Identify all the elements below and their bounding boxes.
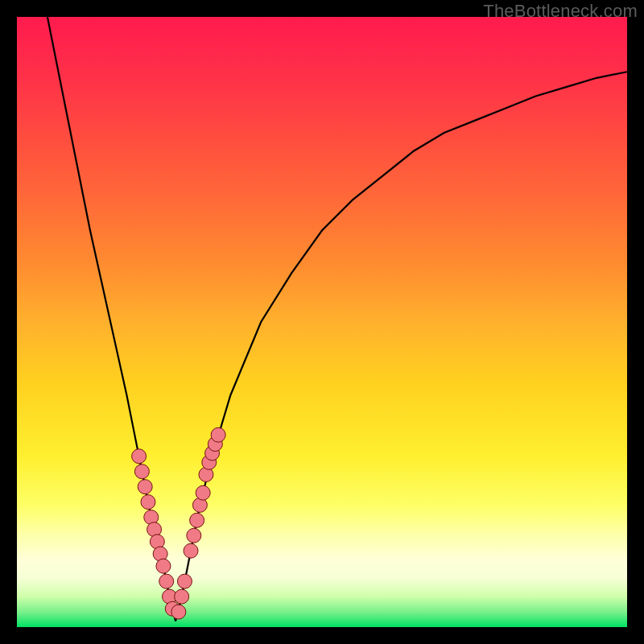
marker-point: [134, 464, 149, 479]
marker-point: [132, 449, 147, 464]
marker-group: [132, 427, 226, 619]
curve-right: [175, 72, 627, 621]
marker-point: [190, 513, 204, 527]
marker-point: [175, 589, 189, 604]
marker-point: [177, 574, 192, 588]
marker-point: [211, 427, 225, 442]
chart-svg: [17, 17, 627, 627]
marker-point: [171, 605, 186, 619]
watermark-text: TheBottleneck.com: [483, 1, 638, 22]
marker-point: [184, 543, 198, 558]
marker-point: [141, 495, 155, 510]
marker-point: [187, 528, 201, 543]
outer-frame: TheBottleneck.com: [0, 0, 644, 644]
marker-point: [138, 480, 152, 494]
marker-point: [156, 559, 171, 573]
marker-point: [159, 574, 174, 588]
plot-area: [17, 17, 627, 627]
marker-point: [196, 485, 210, 500]
